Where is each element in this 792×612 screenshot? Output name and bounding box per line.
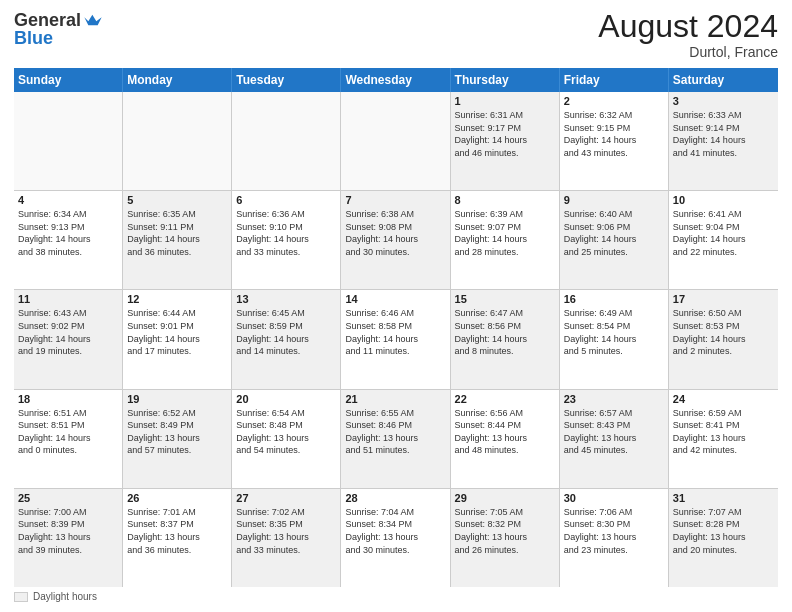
calendar-day-27: 27Sunrise: 7:02 AM Sunset: 8:35 PM Dayli… bbox=[232, 489, 341, 587]
day-details: Sunrise: 6:52 AM Sunset: 8:49 PM Dayligh… bbox=[127, 407, 227, 457]
day-number: 24 bbox=[673, 393, 774, 405]
day-number: 15 bbox=[455, 293, 555, 305]
calendar-day-21: 21Sunrise: 6:55 AM Sunset: 8:46 PM Dayli… bbox=[341, 390, 450, 488]
weekday-header-wednesday: Wednesday bbox=[341, 68, 450, 92]
day-number: 29 bbox=[455, 492, 555, 504]
day-details: Sunrise: 6:33 AM Sunset: 9:14 PM Dayligh… bbox=[673, 109, 774, 159]
calendar-day-6: 6Sunrise: 6:36 AM Sunset: 9:10 PM Daylig… bbox=[232, 191, 341, 289]
day-number: 10 bbox=[673, 194, 774, 206]
day-details: Sunrise: 6:43 AM Sunset: 9:02 PM Dayligh… bbox=[18, 307, 118, 357]
calendar-day-13: 13Sunrise: 6:45 AM Sunset: 8:59 PM Dayli… bbox=[232, 290, 341, 388]
day-number: 3 bbox=[673, 95, 774, 107]
calendar-day-5: 5Sunrise: 6:35 AM Sunset: 9:11 PM Daylig… bbox=[123, 191, 232, 289]
day-details: Sunrise: 7:01 AM Sunset: 8:37 PM Dayligh… bbox=[127, 506, 227, 556]
day-details: Sunrise: 6:45 AM Sunset: 8:59 PM Dayligh… bbox=[236, 307, 336, 357]
day-number: 27 bbox=[236, 492, 336, 504]
calendar-day-29: 29Sunrise: 7:05 AM Sunset: 8:32 PM Dayli… bbox=[451, 489, 560, 587]
calendar-day-1: 1Sunrise: 6:31 AM Sunset: 9:17 PM Daylig… bbox=[451, 92, 560, 190]
day-details: Sunrise: 6:44 AM Sunset: 9:01 PM Dayligh… bbox=[127, 307, 227, 357]
calendar-row-4: 18Sunrise: 6:51 AM Sunset: 8:51 PM Dayli… bbox=[14, 390, 778, 489]
day-number: 18 bbox=[18, 393, 118, 405]
day-number: 25 bbox=[18, 492, 118, 504]
calendar-day-16: 16Sunrise: 6:49 AM Sunset: 8:54 PM Dayli… bbox=[560, 290, 669, 388]
day-details: Sunrise: 6:36 AM Sunset: 9:10 PM Dayligh… bbox=[236, 208, 336, 258]
day-details: Sunrise: 6:55 AM Sunset: 8:46 PM Dayligh… bbox=[345, 407, 445, 457]
calendar-day-3: 3Sunrise: 6:33 AM Sunset: 9:14 PM Daylig… bbox=[669, 92, 778, 190]
weekday-header-monday: Monday bbox=[123, 68, 232, 92]
calendar-day-17: 17Sunrise: 6:50 AM Sunset: 8:53 PM Dayli… bbox=[669, 290, 778, 388]
day-details: Sunrise: 6:57 AM Sunset: 8:43 PM Dayligh… bbox=[564, 407, 664, 457]
weekday-header-sunday: Sunday bbox=[14, 68, 123, 92]
month-title-block: August 2024 Durtol, France bbox=[598, 10, 778, 60]
calendar-day-22: 22Sunrise: 6:56 AM Sunset: 8:44 PM Dayli… bbox=[451, 390, 560, 488]
day-details: Sunrise: 6:50 AM Sunset: 8:53 PM Dayligh… bbox=[673, 307, 774, 357]
day-details: Sunrise: 6:35 AM Sunset: 9:11 PM Dayligh… bbox=[127, 208, 227, 258]
weekday-header-friday: Friday bbox=[560, 68, 669, 92]
day-number: 31 bbox=[673, 492, 774, 504]
day-number: 19 bbox=[127, 393, 227, 405]
logo-general: General bbox=[14, 11, 81, 29]
day-details: Sunrise: 6:47 AM Sunset: 8:56 PM Dayligh… bbox=[455, 307, 555, 357]
calendar-day-28: 28Sunrise: 7:04 AM Sunset: 8:34 PM Dayli… bbox=[341, 489, 450, 587]
calendar-empty-cell bbox=[14, 92, 123, 190]
day-details: Sunrise: 6:46 AM Sunset: 8:58 PM Dayligh… bbox=[345, 307, 445, 357]
logo-blue-text: Blue bbox=[14, 28, 53, 49]
calendar-day-10: 10Sunrise: 6:41 AM Sunset: 9:04 PM Dayli… bbox=[669, 191, 778, 289]
day-number: 28 bbox=[345, 492, 445, 504]
day-number: 7 bbox=[345, 194, 445, 206]
calendar-day-31: 31Sunrise: 7:07 AM Sunset: 8:28 PM Dayli… bbox=[669, 489, 778, 587]
calendar: SundayMondayTuesdayWednesdayThursdayFrid… bbox=[14, 68, 778, 587]
logo-text: General bbox=[14, 10, 103, 30]
calendar-empty-cell bbox=[232, 92, 341, 190]
logo-icon bbox=[83, 10, 103, 30]
calendar-day-11: 11Sunrise: 6:43 AM Sunset: 9:02 PM Dayli… bbox=[14, 290, 123, 388]
weekday-header-saturday: Saturday bbox=[669, 68, 778, 92]
day-number: 21 bbox=[345, 393, 445, 405]
day-number: 17 bbox=[673, 293, 774, 305]
day-details: Sunrise: 6:59 AM Sunset: 8:41 PM Dayligh… bbox=[673, 407, 774, 457]
day-details: Sunrise: 7:06 AM Sunset: 8:30 PM Dayligh… bbox=[564, 506, 664, 556]
day-number: 30 bbox=[564, 492, 664, 504]
page-header: General Blue August 2024 Durtol, France bbox=[14, 10, 778, 60]
day-details: Sunrise: 7:00 AM Sunset: 8:39 PM Dayligh… bbox=[18, 506, 118, 556]
page-container: General Blue August 2024 Durtol, France … bbox=[0, 0, 792, 612]
day-details: Sunrise: 6:34 AM Sunset: 9:13 PM Dayligh… bbox=[18, 208, 118, 258]
calendar-day-8: 8Sunrise: 6:39 AM Sunset: 9:07 PM Daylig… bbox=[451, 191, 560, 289]
calendar-day-24: 24Sunrise: 6:59 AM Sunset: 8:41 PM Dayli… bbox=[669, 390, 778, 488]
calendar-row-3: 11Sunrise: 6:43 AM Sunset: 9:02 PM Dayli… bbox=[14, 290, 778, 389]
day-number: 20 bbox=[236, 393, 336, 405]
day-details: Sunrise: 6:31 AM Sunset: 9:17 PM Dayligh… bbox=[455, 109, 555, 159]
calendar-day-26: 26Sunrise: 7:01 AM Sunset: 8:37 PM Dayli… bbox=[123, 489, 232, 587]
calendar-header: SundayMondayTuesdayWednesdayThursdayFrid… bbox=[14, 68, 778, 92]
day-number: 16 bbox=[564, 293, 664, 305]
calendar-day-30: 30Sunrise: 7:06 AM Sunset: 8:30 PM Dayli… bbox=[560, 489, 669, 587]
calendar-day-19: 19Sunrise: 6:52 AM Sunset: 8:49 PM Dayli… bbox=[123, 390, 232, 488]
day-number: 23 bbox=[564, 393, 664, 405]
day-details: Sunrise: 7:05 AM Sunset: 8:32 PM Dayligh… bbox=[455, 506, 555, 556]
calendar-day-18: 18Sunrise: 6:51 AM Sunset: 8:51 PM Dayli… bbox=[14, 390, 123, 488]
day-details: Sunrise: 7:07 AM Sunset: 8:28 PM Dayligh… bbox=[673, 506, 774, 556]
calendar-day-7: 7Sunrise: 6:38 AM Sunset: 9:08 PM Daylig… bbox=[341, 191, 450, 289]
daylight-label: Daylight hours bbox=[33, 591, 97, 602]
svg-marker-0 bbox=[84, 15, 101, 26]
calendar-day-9: 9Sunrise: 6:40 AM Sunset: 9:06 PM Daylig… bbox=[560, 191, 669, 289]
weekday-header-tuesday: Tuesday bbox=[232, 68, 341, 92]
day-number: 4 bbox=[18, 194, 118, 206]
calendar-day-15: 15Sunrise: 6:47 AM Sunset: 8:56 PM Dayli… bbox=[451, 290, 560, 388]
calendar-day-20: 20Sunrise: 6:54 AM Sunset: 8:48 PM Dayli… bbox=[232, 390, 341, 488]
month-title: August 2024 bbox=[598, 10, 778, 42]
day-details: Sunrise: 6:38 AM Sunset: 9:08 PM Dayligh… bbox=[345, 208, 445, 258]
calendar-row-5: 25Sunrise: 7:00 AM Sunset: 8:39 PM Dayli… bbox=[14, 489, 778, 587]
day-details: Sunrise: 6:54 AM Sunset: 8:48 PM Dayligh… bbox=[236, 407, 336, 457]
calendar-empty-cell bbox=[123, 92, 232, 190]
day-details: Sunrise: 6:51 AM Sunset: 8:51 PM Dayligh… bbox=[18, 407, 118, 457]
day-details: Sunrise: 6:40 AM Sunset: 9:06 PM Dayligh… bbox=[564, 208, 664, 258]
calendar-day-25: 25Sunrise: 7:00 AM Sunset: 8:39 PM Dayli… bbox=[14, 489, 123, 587]
day-number: 14 bbox=[345, 293, 445, 305]
day-number: 5 bbox=[127, 194, 227, 206]
day-number: 11 bbox=[18, 293, 118, 305]
calendar-row-2: 4Sunrise: 6:34 AM Sunset: 9:13 PM Daylig… bbox=[14, 191, 778, 290]
logo: General Blue bbox=[14, 10, 103, 49]
day-number: 1 bbox=[455, 95, 555, 107]
calendar-row-1: 1Sunrise: 6:31 AM Sunset: 9:17 PM Daylig… bbox=[14, 92, 778, 191]
